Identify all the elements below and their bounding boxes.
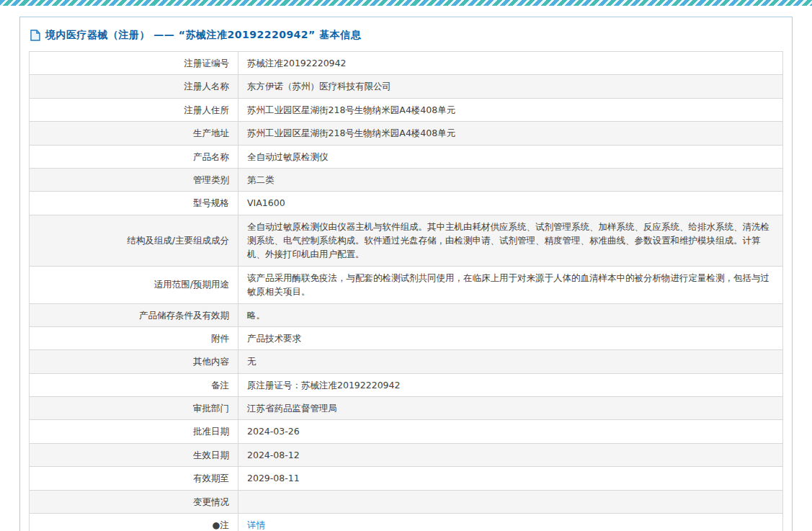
- decorative-stripe: [0, 0, 812, 6]
- row-label: 结构及组成/主要组成成分: [30, 215, 238, 266]
- table-row: 有效期至 2029-08-11: [30, 467, 783, 490]
- table-row: 批准日期 2024-03-26: [30, 420, 783, 443]
- table-row: 变更情况: [30, 490, 783, 513]
- table-row: 生效日期 2024-08-12: [30, 443, 783, 466]
- table-row: 注册人住所 苏州工业园区星湖街218号生物纳米园A4楼408单元: [30, 98, 783, 121]
- row-value: 该产品采用酶联免疫法，与配套的检测试剂共同使用，在临床上用于对来源于人体的血清样…: [238, 266, 783, 303]
- table-row: 附件 产品技术要求: [30, 326, 783, 349]
- row-label: 适用范围/预期用途: [30, 266, 238, 303]
- row-value: VIA1600: [238, 192, 783, 215]
- page-title: 境内医疗器械（注册） —— “苏械注准20192220942” 基本信息: [45, 29, 361, 42]
- document-icon: [30, 30, 40, 41]
- row-label: 生效日期: [30, 443, 238, 466]
- row-value: 全自动过敏原检测仪: [238, 145, 783, 168]
- row-value: 苏械注准20192220942: [238, 52, 783, 75]
- table-row: 其他内容 无: [30, 350, 783, 373]
- row-label: 附件: [30, 326, 238, 349]
- table-row: 注册人名称 东方伊诺（苏州）医疗科技有限公司: [30, 75, 783, 98]
- row-label: 批准日期: [30, 420, 238, 443]
- row-value: 江苏省药品监督管理局: [238, 397, 783, 420]
- row-label: ●注: [30, 513, 238, 531]
- row-label: 产品名称: [30, 145, 238, 168]
- row-label: 注册人名称: [30, 75, 238, 98]
- table-row: ●注 详情: [30, 513, 783, 531]
- row-label: 审批部门: [30, 397, 238, 420]
- row-value: 2024-08-12: [238, 443, 783, 466]
- table-row: 型号规格 VIA1600: [30, 192, 783, 215]
- row-value: 产品技术要求: [238, 326, 783, 349]
- table-row: 生产地址 苏州工业园区星湖街218号生物纳米园A4楼408单元: [30, 122, 783, 145]
- table-row: 结构及组成/主要组成成分 全自动过敏原检测仪由仪器主机与软件组成。其中主机由耗材…: [30, 215, 783, 266]
- row-label: 备注: [30, 373, 238, 396]
- detail-link[interactable]: 详情: [247, 519, 265, 530]
- row-label: 产品储存条件及有效期: [30, 303, 238, 326]
- table-row: 注册证编号 苏械注准20192220942: [30, 52, 783, 75]
- row-value: 详情: [238, 513, 783, 531]
- table-row: 备注 原注册证号：苏械注准20192220942: [30, 373, 783, 396]
- row-label: 型号规格: [30, 192, 238, 215]
- row-value: 略。: [238, 303, 783, 326]
- row-value: 苏州工业园区星湖街218号生物纳米园A4楼408单元: [238, 98, 783, 121]
- table-row: 产品名称 全自动过敏原检测仪: [30, 145, 783, 168]
- row-label: 注册证编号: [30, 52, 238, 75]
- row-label: 管理类别: [30, 168, 238, 191]
- table-row: 适用范围/预期用途 该产品采用酶联免疫法，与配套的检测试剂共同使用，在临床上用于…: [30, 266, 783, 303]
- content-panel: 境内医疗器械（注册） —— “苏械注准20192220942” 基本信息 注册证…: [19, 17, 793, 531]
- row-value: 2024-03-26: [238, 420, 783, 443]
- table-row: 审批部门 江苏省药品监督管理局: [30, 397, 783, 420]
- row-value: 苏州工业园区星湖街218号生物纳米园A4楼408单元: [238, 122, 783, 145]
- row-value: [238, 490, 783, 513]
- row-value: 第二类: [238, 168, 783, 191]
- row-value: 无: [238, 350, 783, 373]
- row-label: 其他内容: [30, 350, 238, 373]
- row-value: 2029-08-11: [238, 467, 783, 490]
- row-value: 原注册证号：苏械注准20192220942: [238, 373, 783, 396]
- table-row: 产品储存条件及有效期 略。: [30, 303, 783, 326]
- row-value: 东方伊诺（苏州）医疗科技有限公司: [238, 75, 783, 98]
- row-value: 全自动过敏原检测仪由仪器主机与软件组成。其中主机由耗材供应系统、试剂管理系统、加…: [238, 215, 783, 266]
- table-row: 管理类别 第二类: [30, 168, 783, 191]
- info-table-body: 注册证编号 苏械注准20192220942 注册人名称 东方伊诺（苏州）医疗科技…: [30, 52, 783, 531]
- row-label: 有效期至: [30, 467, 238, 490]
- panel-header: 境内医疗器械（注册） —— “苏械注准20192220942” 基本信息: [29, 25, 783, 51]
- row-label: 变更情况: [30, 490, 238, 513]
- row-label: 注册人住所: [30, 98, 238, 121]
- row-label: 生产地址: [30, 122, 238, 145]
- info-table: 注册证编号 苏械注准20192220942 注册人名称 东方伊诺（苏州）医疗科技…: [29, 51, 783, 531]
